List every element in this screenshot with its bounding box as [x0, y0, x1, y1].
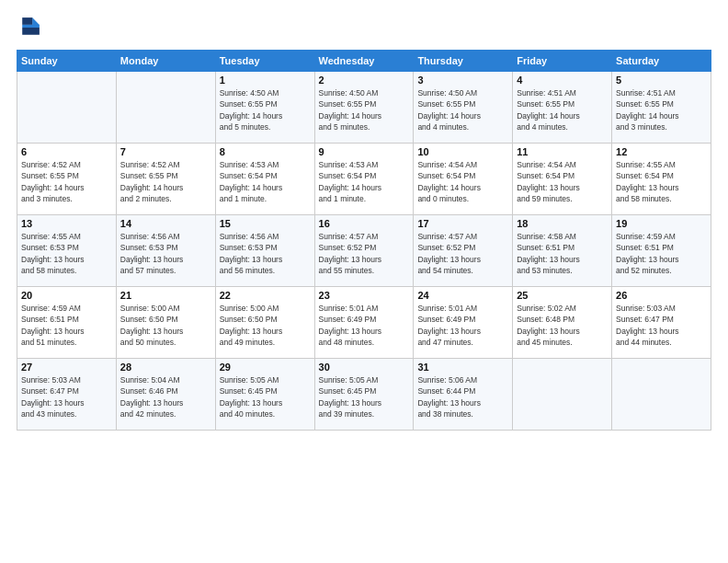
day-number: 24 — [417, 290, 508, 301]
calendar-cell: 20Sunrise: 4:59 AMSunset: 6:51 PMDayligh… — [17, 287, 117, 359]
calendar-cell: 26Sunrise: 5:03 AMSunset: 6:47 PMDayligh… — [612, 287, 711, 359]
day-number: 5 — [616, 75, 707, 86]
header-cell: Thursday — [414, 51, 513, 72]
day-number: 29 — [220, 362, 311, 373]
calendar-week-row: 27Sunrise: 5:03 AMSunset: 6:47 PMDayligh… — [17, 359, 711, 431]
svg-rect-3 — [22, 28, 40, 35]
day-number: 20 — [21, 290, 112, 301]
calendar-cell: 16Sunrise: 4:57 AMSunset: 6:52 PMDayligh… — [314, 215, 414, 287]
day-info: Sunrise: 4:57 AMSunset: 6:52 PMDaylight:… — [319, 231, 410, 276]
day-number: 28 — [120, 362, 211, 373]
day-number: 15 — [220, 218, 311, 229]
day-info: Sunrise: 4:56 AMSunset: 6:53 PMDaylight:… — [120, 231, 211, 276]
calendar-cell — [612, 359, 711, 431]
day-number: 6 — [21, 146, 112, 157]
header-cell: Saturday — [612, 51, 711, 72]
day-info: Sunrise: 4:50 AMSunset: 6:55 PMDaylight:… — [319, 87, 410, 132]
calendar-cell: 28Sunrise: 5:04 AMSunset: 6:46 PMDayligh… — [116, 359, 215, 431]
day-info: Sunrise: 4:53 AMSunset: 6:54 PMDaylight:… — [220, 159, 311, 204]
day-info: Sunrise: 4:54 AMSunset: 6:54 PMDaylight:… — [517, 159, 608, 204]
header-cell: Monday — [116, 51, 215, 72]
day-info: Sunrise: 4:51 AMSunset: 6:55 PMDaylight:… — [616, 87, 707, 132]
day-number: 14 — [120, 218, 211, 229]
header-cell: Friday — [513, 51, 612, 72]
calendar-cell: 25Sunrise: 5:02 AMSunset: 6:48 PMDayligh… — [513, 287, 612, 359]
day-info: Sunrise: 4:59 AMSunset: 6:51 PMDaylight:… — [21, 303, 112, 348]
calendar-cell: 10Sunrise: 4:54 AMSunset: 6:54 PMDayligh… — [414, 144, 513, 215]
calendar-cell: 13Sunrise: 4:55 AMSunset: 6:53 PMDayligh… — [17, 215, 117, 287]
logo-icon — [17, 15, 42, 40]
calendar-cell: 14Sunrise: 4:56 AMSunset: 6:53 PMDayligh… — [116, 215, 215, 287]
day-info: Sunrise: 4:58 AMSunset: 6:51 PMDaylight:… — [517, 231, 608, 276]
calendar-week-row: 6Sunrise: 4:52 AMSunset: 6:55 PMDaylight… — [17, 144, 711, 215]
day-number: 22 — [220, 290, 311, 301]
calendar-cell: 3Sunrise: 4:50 AMSunset: 6:55 PMDaylight… — [414, 72, 513, 144]
calendar-cell: 31Sunrise: 5:06 AMSunset: 6:44 PMDayligh… — [414, 359, 513, 431]
day-info: Sunrise: 5:00 AMSunset: 6:50 PMDaylight:… — [120, 303, 211, 348]
calendar-cell: 29Sunrise: 5:05 AMSunset: 6:45 PMDayligh… — [215, 359, 314, 431]
page: SundayMondayTuesdayWednesdayThursdayFrid… — [0, 0, 728, 563]
day-info: Sunrise: 4:52 AMSunset: 6:55 PMDaylight:… — [21, 159, 112, 204]
day-info: Sunrise: 5:02 AMSunset: 6:48 PMDaylight:… — [517, 303, 608, 348]
day-info: Sunrise: 4:56 AMSunset: 6:53 PMDaylight:… — [220, 231, 311, 276]
header-cell: Wednesday — [314, 51, 414, 72]
day-info: Sunrise: 4:55 AMSunset: 6:53 PMDaylight:… — [21, 231, 112, 276]
day-info: Sunrise: 4:51 AMSunset: 6:55 PMDaylight:… — [517, 87, 608, 132]
svg-rect-2 — [22, 25, 40, 28]
day-number: 30 — [319, 362, 410, 373]
calendar-cell: 1Sunrise: 4:50 AMSunset: 6:55 PMDaylight… — [215, 72, 314, 144]
header — [17, 15, 711, 40]
calendar-cell: 17Sunrise: 4:57 AMSunset: 6:52 PMDayligh… — [414, 215, 513, 287]
calendar-week-row: 1Sunrise: 4:50 AMSunset: 6:55 PMDaylight… — [17, 72, 711, 144]
calendar-cell: 19Sunrise: 4:59 AMSunset: 6:51 PMDayligh… — [612, 215, 711, 287]
svg-marker-0 — [32, 17, 40, 25]
day-info: Sunrise: 4:59 AMSunset: 6:51 PMDaylight:… — [616, 231, 707, 276]
day-number: 3 — [417, 75, 508, 86]
calendar-cell: 21Sunrise: 5:00 AMSunset: 6:50 PMDayligh… — [116, 287, 215, 359]
day-number: 21 — [120, 290, 211, 301]
day-number: 2 — [319, 75, 410, 86]
day-info: Sunrise: 4:50 AMSunset: 6:55 PMDaylight:… — [220, 87, 311, 132]
header-cell: Sunday — [17, 51, 117, 72]
calendar-cell — [513, 359, 612, 431]
day-number: 23 — [319, 290, 410, 301]
day-number: 10 — [417, 146, 508, 157]
day-number: 9 — [319, 146, 410, 157]
calendar-table: SundayMondayTuesdayWednesdayThursdayFrid… — [17, 50, 711, 431]
day-info: Sunrise: 5:03 AMSunset: 6:47 PMDaylight:… — [21, 374, 112, 419]
day-info: Sunrise: 5:04 AMSunset: 6:46 PMDaylight:… — [120, 374, 211, 419]
calendar-cell: 30Sunrise: 5:05 AMSunset: 6:45 PMDayligh… — [314, 359, 414, 431]
day-number: 7 — [120, 146, 211, 157]
day-info: Sunrise: 4:50 AMSunset: 6:55 PMDaylight:… — [417, 87, 508, 132]
day-number: 12 — [616, 146, 707, 157]
day-info: Sunrise: 5:03 AMSunset: 6:47 PMDaylight:… — [616, 303, 707, 348]
calendar-cell: 23Sunrise: 5:01 AMSunset: 6:49 PMDayligh… — [314, 287, 414, 359]
header-row: SundayMondayTuesdayWednesdayThursdayFrid… — [17, 51, 711, 72]
day-number: 18 — [517, 218, 608, 229]
day-number: 1 — [220, 75, 311, 86]
svg-rect-1 — [22, 17, 32, 25]
calendar-cell: 18Sunrise: 4:58 AMSunset: 6:51 PMDayligh… — [513, 215, 612, 287]
day-number: 4 — [517, 75, 608, 86]
day-number: 13 — [21, 218, 112, 229]
day-number: 26 — [616, 290, 707, 301]
day-info: Sunrise: 5:05 AMSunset: 6:45 PMDaylight:… — [220, 374, 311, 419]
calendar-cell: 12Sunrise: 4:55 AMSunset: 6:54 PMDayligh… — [612, 144, 711, 215]
calendar-cell: 4Sunrise: 4:51 AMSunset: 6:55 PMDaylight… — [513, 72, 612, 144]
day-number: 17 — [417, 218, 508, 229]
calendar-cell — [116, 72, 215, 144]
calendar-cell: 22Sunrise: 5:00 AMSunset: 6:50 PMDayligh… — [215, 287, 314, 359]
day-info: Sunrise: 4:54 AMSunset: 6:54 PMDaylight:… — [417, 159, 508, 204]
day-info: Sunrise: 5:06 AMSunset: 6:44 PMDaylight:… — [417, 374, 508, 419]
calendar-cell: 11Sunrise: 4:54 AMSunset: 6:54 PMDayligh… — [513, 144, 612, 215]
calendar-week-row: 13Sunrise: 4:55 AMSunset: 6:53 PMDayligh… — [17, 215, 711, 287]
day-number: 8 — [220, 146, 311, 157]
calendar-cell — [17, 72, 117, 144]
calendar-cell: 15Sunrise: 4:56 AMSunset: 6:53 PMDayligh… — [215, 215, 314, 287]
day-info: Sunrise: 5:01 AMSunset: 6:49 PMDaylight:… — [319, 303, 410, 348]
day-info: Sunrise: 4:57 AMSunset: 6:52 PMDaylight:… — [417, 231, 508, 276]
calendar-cell: 2Sunrise: 4:50 AMSunset: 6:55 PMDaylight… — [314, 72, 414, 144]
calendar-cell: 8Sunrise: 4:53 AMSunset: 6:54 PMDaylight… — [215, 144, 314, 215]
day-number: 25 — [517, 290, 608, 301]
day-info: Sunrise: 5:00 AMSunset: 6:50 PMDaylight:… — [220, 303, 311, 348]
